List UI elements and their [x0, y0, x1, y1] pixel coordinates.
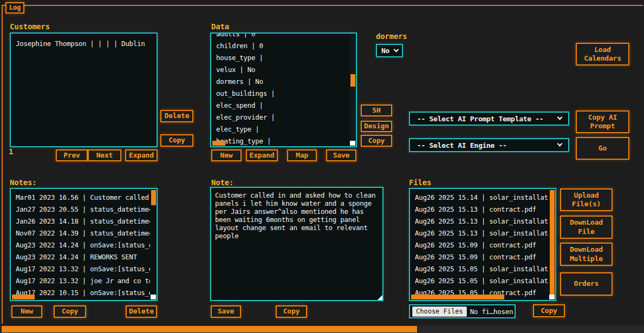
- data-vscrollbar-thumb[interactable]: [350, 74, 355, 87]
- data-hscrollbar-thumb[interactable]: [212, 141, 225, 146]
- files-scroll-corner: [549, 295, 555, 299]
- notes-label: Notes:: [10, 178, 36, 187]
- choose-files-button[interactable]: Choose Files: [412, 306, 467, 317]
- data-list-item[interactable]: adults | 0: [211, 32, 349, 40]
- file-list-item[interactable]: Aug26 2025 15.14 | solar_installatio: [410, 192, 549, 204]
- notes-listbox[interactable]: Mar01 2023 16.56 | Customer called tJan2…: [10, 188, 158, 301]
- note-textarea[interactable]: Customer called in and asked how to clea…: [210, 187, 383, 301]
- files-label: Files: [409, 178, 431, 187]
- go-button[interactable]: Go: [576, 137, 629, 160]
- ai-engine-select[interactable]: -- Select AI Engine --: [409, 138, 569, 152]
- note-save-button[interactable]: Save: [211, 305, 241, 318]
- note-copy-button[interactable]: Copy: [276, 305, 307, 318]
- file-list-item[interactable]: Aug26 2025 15.13 | solar_installatio: [410, 227, 549, 239]
- file-list-item[interactable]: Aug26 2025 15.05 | solar_installatio: [410, 263, 549, 275]
- customer-list-item[interactable]: Josephine Thompson | | | | Dublin |: [11, 38, 150, 50]
- dormers-select[interactable]: No: [376, 44, 403, 57]
- data-list-item[interactable]: elec_type |: [211, 123, 349, 135]
- data-list-item[interactable]: elec_provider |: [211, 112, 349, 123]
- data-label: Data: [211, 22, 229, 31]
- files-copy-button[interactable]: Copy: [533, 304, 565, 317]
- file-input[interactable]: Choose Files No fi…hosen: [409, 304, 516, 318]
- note-list-item[interactable]: Aug23 2022 14.24 | REWORKS SENT: [11, 251, 150, 263]
- note-label: Note:: [211, 178, 233, 187]
- data-list-item[interactable]: children | 0: [211, 40, 349, 52]
- app-window: Log Customers Josephine Thompson | | | |…: [0, 0, 644, 333]
- notes-vscrollbar-thumb[interactable]: [151, 190, 156, 205]
- dormers-select-value: No: [381, 47, 389, 55]
- chevron-down-icon: [557, 115, 563, 120]
- data-5h-button[interactable]: 5H: [361, 105, 392, 116]
- load-calendars-button[interactable]: Load Calendars: [576, 43, 629, 66]
- note-list-item[interactable]: Aug23 2022 14.24 | onSave:[status_da: [11, 239, 150, 251]
- copy-ai-prompt-button[interactable]: Copy AI Prompt: [576, 110, 629, 133]
- data-new-button[interactable]: New: [211, 149, 242, 161]
- data-list-item[interactable]: heating_type |: [211, 135, 349, 147]
- files-vscrollbar-thumb[interactable]: [550, 190, 555, 295]
- log-button[interactable]: Log: [5, 2, 24, 14]
- data-list-item[interactable]: house_type |: [211, 52, 349, 64]
- data-vscrollbar[interactable]: [350, 34, 355, 146]
- note-list-item[interactable]: Mar01 2023 16.56 | Customer called t: [11, 192, 150, 204]
- chevron-down-icon: [394, 47, 399, 52]
- customer-count: 1: [9, 147, 13, 156]
- resize-grip-icon[interactable]: [378, 295, 382, 300]
- chevron-down-icon: [557, 141, 563, 147]
- notes-copy-button[interactable]: Copy: [54, 305, 86, 318]
- file-list-item[interactable]: Aug26 2025 15.09 | contract.pdf: [410, 239, 549, 251]
- note-list-item[interactable]: Aug17 2022 13.32 | joe Jr and co to: [11, 275, 150, 287]
- note-list-item[interactable]: Aug17 2022 13.32 | onSave:[status_da: [11, 263, 150, 275]
- data-expand-button[interactable]: Expand: [246, 149, 278, 161]
- data-list-item[interactable]: elec_spend |: [211, 100, 349, 112]
- ai-prompt-template-select[interactable]: -- Select AI Prompt Template --: [409, 112, 569, 126]
- notes-scroll-corner: [151, 295, 156, 299]
- data-save-button[interactable]: Save: [326, 149, 356, 161]
- file-list-item[interactable]: Aug26 2025 15.13 | solar_installatio: [410, 216, 549, 227]
- download-multiple-button[interactable]: DownLoad Multiple: [560, 243, 613, 266]
- data-scroll-corner: [350, 141, 355, 146]
- notes-delete-button[interactable]: Delete: [126, 305, 157, 318]
- page-hscrollbar[interactable]: [0, 325, 644, 333]
- data-map-button[interactable]: Map: [287, 149, 317, 161]
- dormers-label: dormers: [376, 32, 407, 41]
- upload-files-button[interactable]: Upload File(s): [560, 188, 613, 211]
- data-copy-button[interactable]: Copy: [361, 135, 392, 147]
- file-list-item[interactable]: Aug26 2025 15.13 | contract.pdf: [410, 204, 549, 216]
- customer-prev-button[interactable]: Prev: [56, 149, 88, 161]
- data-list-item[interactable]: dormers | No: [211, 76, 349, 88]
- file-input-status: No fi…hosen: [470, 308, 513, 316]
- file-list-item[interactable]: Aug26 2025 15.09 | contract.pdf: [410, 251, 549, 263]
- customers-label: Customers: [10, 22, 50, 31]
- notes-hscrollbar-thumb[interactable]: [12, 295, 35, 299]
- files-listbox[interactable]: Aug26 2025 15.14 | solar_installatioAug2…: [409, 188, 556, 301]
- file-list-item[interactable]: Aug26 2025 15.05 | solar_installatio: [410, 275, 549, 287]
- data-list-item[interactable]: velux | No: [211, 64, 349, 76]
- data-design-button[interactable]: Design: [361, 121, 392, 132]
- files-hscrollbar-thumb[interactable]: [411, 295, 504, 299]
- download-file-button[interactable]: DownLoad File: [560, 216, 613, 239]
- ai-engine-value: -- Select AI Engine --: [417, 141, 507, 149]
- orders-button[interactable]: Orders: [560, 272, 613, 296]
- data-listbox[interactable]: adults | 0children | 0house_type |velux …: [210, 32, 357, 147]
- customer-next-button[interactable]: Next: [88, 149, 121, 161]
- note-list-item[interactable]: Jan27 2023 20.55 | status_datetime=: [11, 204, 150, 216]
- page-hscrollbar-thumb[interactable]: [2, 326, 417, 332]
- ai-prompt-template-value: -- Select AI Prompt Template --: [417, 115, 543, 123]
- notes-new-button[interactable]: New: [11, 305, 42, 318]
- customers-listbox[interactable]: Josephine Thompson | | | | Dublin |: [10, 32, 158, 147]
- customer-expand-button[interactable]: Expand: [125, 149, 158, 161]
- note-list-item[interactable]: Nov07 2022 14.39 | status_datetime=: [11, 227, 150, 239]
- customer-copy-button[interactable]: Copy: [160, 134, 193, 147]
- customer-delete-button[interactable]: Delete: [160, 110, 193, 122]
- note-list-item[interactable]: Jan26 2023 14.18 | status_datetime=: [11, 216, 150, 227]
- data-list-item[interactable]: out_buildings |: [211, 88, 349, 100]
